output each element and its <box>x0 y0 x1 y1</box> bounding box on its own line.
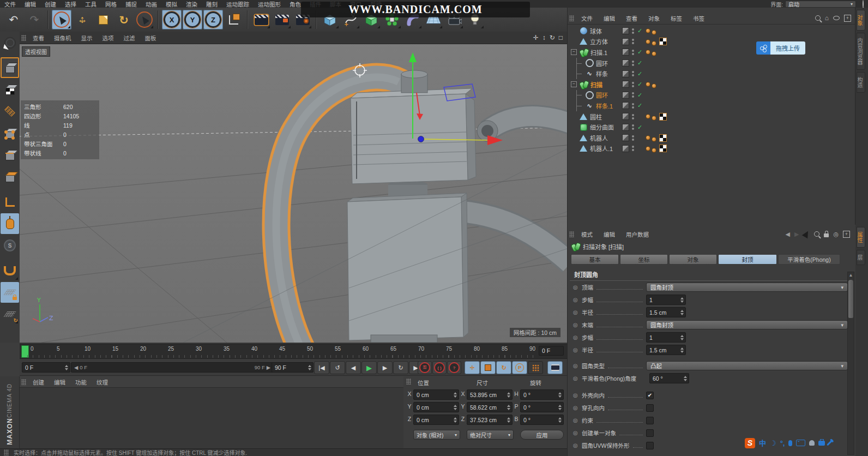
am-menu-mode[interactable]: 模式 <box>576 230 598 238</box>
om-search-icon[interactable] <box>815 15 821 21</box>
spinner-arrows-icon[interactable] <box>306 365 313 370</box>
range-right-arrow-icon[interactable]: ▶ <box>267 364 270 370</box>
tree-row-subdivision[interactable]: 细分曲面 ✓ <box>568 122 855 133</box>
vp-menu-filter[interactable]: 过滤 <box>119 34 140 42</box>
single-object-checkbox[interactable] <box>646 429 654 437</box>
new-panel-icon[interactable]: + <box>843 231 850 238</box>
toolbox-icon[interactable] <box>818 441 825 446</box>
last-used-tool[interactable] <box>135 10 154 29</box>
param-bullet-icon[interactable]: ◎ <box>573 375 582 381</box>
spinner-arrows-icon[interactable] <box>679 310 685 315</box>
tag-icons[interactable] <box>646 134 667 142</box>
am-search-icon[interactable] <box>814 231 819 237</box>
spinner-arrows-icon[interactable] <box>505 417 512 423</box>
timeline-window-button[interactable] <box>547 361 563 374</box>
ruler-frame-field[interactable]: 0 F <box>539 346 564 356</box>
param-bullet-icon[interactable]: ◎ <box>573 392 582 398</box>
mat-menu-create[interactable]: 创建 <box>28 378 49 386</box>
tree-row-sweep-selected[interactable]: − 扫描 ✓ <box>568 79 855 90</box>
panel-grip[interactable] <box>569 231 574 237</box>
tree-row-sphere[interactable]: 球体 ✓ <box>568 26 855 37</box>
radius2-field[interactable]: 1.5 cm <box>646 345 686 355</box>
spinner-arrows-icon[interactable] <box>682 376 689 381</box>
keyboard-icon[interactable] <box>796 440 805 446</box>
tree-row-spline1-selected[interactable]: ∿ 样条.1 ✓ <box>568 100 855 111</box>
vp-menu-panel[interactable]: 面板 <box>140 34 161 42</box>
om-menu-bookmarks[interactable]: 书签 <box>688 14 710 22</box>
texture-tag-icon[interactable] <box>659 38 667 45</box>
tab-attributes[interactable]: 属性 <box>857 227 865 248</box>
right-lower-tube[interactable] <box>462 212 567 263</box>
pick-object-icon[interactable] <box>802 230 811 238</box>
search-icon[interactable] <box>863 0 864 8</box>
spinner-arrows-icon[interactable] <box>505 405 512 410</box>
om-menu-objects[interactable]: 对象 <box>643 14 665 22</box>
menu-sculpt[interactable]: 雕刻 <box>202 0 222 8</box>
param-bullet-icon[interactable]: ◎ <box>573 363 582 369</box>
goto-start-button[interactable]: |◀ <box>314 361 329 374</box>
param-bullet-icon[interactable]: ◎ <box>573 309 582 315</box>
radius1-field[interactable]: 1.5 cm <box>646 307 686 317</box>
move-tool[interactable]: ↔↕ <box>73 10 92 29</box>
spinner-arrows-icon[interactable] <box>452 417 459 423</box>
attribute-scrollbar[interactable]: ▲ <box>847 272 854 455</box>
visibility-dots[interactable] <box>632 135 634 141</box>
render-view-button[interactable] <box>251 10 271 29</box>
play-button[interactable]: ▶ <box>361 361 377 374</box>
layer-swatch[interactable] <box>622 134 629 141</box>
record-keyframe-button[interactable]: ⚿ <box>418 361 432 374</box>
previous-key-button[interactable]: ↺ <box>330 361 345 374</box>
enabled-check-icon[interactable]: ✓ <box>637 124 642 131</box>
tree-row-circle-selected[interactable]: 圆环 ✓ <box>568 90 855 101</box>
enabled-check-icon[interactable]: ✓ <box>637 27 642 34</box>
menu-simulate[interactable]: 模拟 <box>161 0 182 8</box>
make-editable-button[interactable] <box>1 32 19 53</box>
lock-icon[interactable] <box>824 233 829 237</box>
key-scale-toggle[interactable] <box>480 361 496 374</box>
layer-swatch[interactable] <box>622 70 629 77</box>
param-bullet-icon[interactable]: ◎ <box>573 442 582 448</box>
sogou-logo-icon[interactable]: S <box>745 438 755 448</box>
visibility-dots[interactable] <box>632 103 634 109</box>
undo-button[interactable]: ↶ <box>4 10 23 29</box>
edges-mode-button[interactable] <box>1 145 19 165</box>
x-axis-lock-button[interactable]: X <box>162 10 182 29</box>
tab-objects[interactable]: 对象 <box>857 10 865 31</box>
param-bullet-icon[interactable]: ◎ <box>573 430 582 436</box>
interface-dropdown[interactable]: 启动 ▾ <box>785 1 856 8</box>
snap-s-button[interactable]: S <box>1 235 19 256</box>
am-menu-userdata[interactable]: 用户数据 <box>620 230 654 238</box>
panel-grip[interactable] <box>21 35 26 41</box>
texture-tag-icon[interactable] <box>659 145 667 152</box>
key-parameter-toggle[interactable]: P <box>512 361 527 374</box>
zoom-view-icon[interactable]: ↕ <box>542 34 546 41</box>
eye-icon[interactable] <box>833 16 840 20</box>
layer-swatch[interactable] <box>622 145 629 152</box>
enabled-check-icon[interactable]: ✓ <box>637 49 642 56</box>
visibility-dots[interactable] <box>632 124 634 130</box>
mat-menu-edit[interactable]: 编辑 <box>49 378 70 386</box>
planar-workplane-button[interactable]: ↻ <box>1 304 19 325</box>
autokey-button[interactable]: ( ) <box>432 361 447 374</box>
spinner-arrows-icon[interactable] <box>679 335 685 340</box>
position-z-field[interactable]: 0 cm <box>413 415 459 425</box>
key-position-toggle[interactable]: ✛ <box>465 361 480 374</box>
menu-edit[interactable]: 编辑 <box>20 0 40 8</box>
key-pla-toggle[interactable] <box>528 361 543 374</box>
model-mode-button[interactable] <box>1 57 19 78</box>
3d-scene[interactable]: Y Z <box>20 32 567 343</box>
z-axis-lock-button[interactable]: Z <box>203 10 223 29</box>
tag-icons[interactable] <box>646 80 656 88</box>
panel-grip[interactable] <box>406 379 411 385</box>
tag-icons[interactable] <box>646 112 667 121</box>
menu-mesh[interactable]: 网格 <box>101 0 121 8</box>
constrain-checkbox[interactable] <box>646 417 654 424</box>
rotate-view-icon[interactable]: ↻ <box>550 34 555 41</box>
current-frame-field[interactable]: 0 F <box>22 362 70 373</box>
mat-menu-function[interactable]: 功能 <box>70 378 92 386</box>
layer-swatch[interactable] <box>622 49 629 56</box>
menu-select[interactable]: 选择 <box>61 0 81 8</box>
layer-swatch[interactable] <box>622 102 629 109</box>
param-bullet-icon[interactable]: ◎ <box>573 334 582 340</box>
tab-coordinates[interactable]: 坐标 <box>620 254 668 265</box>
